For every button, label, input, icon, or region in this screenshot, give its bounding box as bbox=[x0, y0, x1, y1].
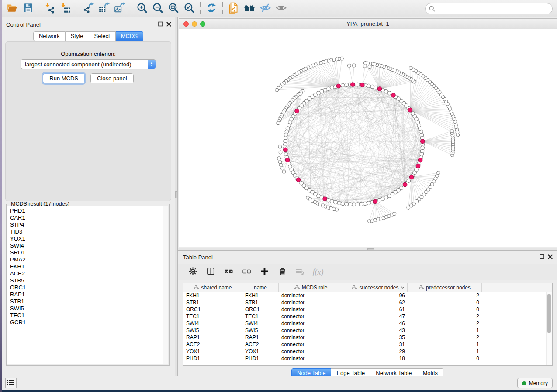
leaf-node[interactable] bbox=[280, 163, 283, 167]
save-session-button[interactable] bbox=[20, 1, 36, 16]
mcds-result-item[interactable]: TEC1 bbox=[10, 312, 163, 319]
mcds-result-item[interactable]: STB5 bbox=[10, 277, 163, 284]
tab-network[interactable]: Network bbox=[33, 31, 66, 41]
ring-node[interactable] bbox=[411, 112, 415, 116]
import-network-button[interactable] bbox=[42, 1, 58, 16]
dominator-node[interactable] bbox=[323, 197, 327, 201]
mcds-result-item[interactable]: GCR1 bbox=[10, 319, 163, 326]
network-overview-button[interactable] bbox=[242, 1, 257, 16]
leaf-node[interactable] bbox=[352, 64, 356, 67]
table-row[interactable]: RAP1RAP1dominator352 bbox=[183, 334, 552, 341]
dominator-node[interactable] bbox=[377, 87, 382, 91]
dominator-node[interactable] bbox=[360, 83, 365, 87]
memory-button[interactable]: Memory bbox=[517, 378, 553, 388]
ring-node[interactable] bbox=[370, 85, 374, 89]
mcds-result-item[interactable]: ORC1 bbox=[10, 284, 163, 291]
column-header-predecessor-nodes[interactable]: predecessor nodes bbox=[408, 283, 482, 292]
deselect-all-button[interactable] bbox=[239, 265, 253, 279]
mcds-result-item[interactable]: SWI5 bbox=[10, 305, 163, 312]
table-row[interactable]: YOX1YOX1connector291 bbox=[183, 348, 552, 355]
ring-node[interactable] bbox=[334, 200, 338, 204]
select-all-button[interactable] bbox=[221, 265, 235, 279]
mcds-list-scrollbar[interactable] bbox=[163, 206, 168, 364]
leaf-node[interactable] bbox=[282, 170, 286, 173]
share-document-button[interactable] bbox=[226, 1, 242, 16]
mcds-result-item[interactable]: FKH1 bbox=[10, 263, 163, 270]
leaf-node[interactable] bbox=[277, 157, 281, 160]
ring-node[interactable] bbox=[352, 203, 356, 206]
ring-node[interactable] bbox=[421, 146, 425, 150]
mcds-result-item[interactable]: ACE2 bbox=[10, 270, 163, 277]
dominator-node[interactable] bbox=[418, 158, 422, 162]
ring-node[interactable] bbox=[356, 203, 360, 206]
table-splitter-grip[interactable] bbox=[367, 248, 374, 250]
column-header-name[interactable]: name bbox=[242, 283, 279, 292]
zoom-selected-button[interactable] bbox=[181, 1, 197, 16]
float-table-panel-icon[interactable] bbox=[540, 254, 544, 259]
table-scrollbar-thumb[interactable] bbox=[547, 294, 551, 333]
splitter-grip[interactable] bbox=[175, 191, 177, 198]
export-network-button[interactable] bbox=[80, 1, 96, 16]
table-row[interactable]: TEC1TEC1connector472 bbox=[183, 313, 552, 320]
table-options-button[interactable] bbox=[186, 265, 200, 279]
mcds-result-item[interactable]: PHD1 bbox=[10, 207, 163, 214]
search-input[interactable] bbox=[425, 3, 553, 14]
leaf-node[interactable] bbox=[450, 129, 454, 133]
close-panel-icon[interactable] bbox=[166, 22, 171, 27]
table-scrollbar[interactable] bbox=[546, 292, 552, 365]
dominator-node[interactable] bbox=[420, 139, 425, 144]
mcds-result-item[interactable]: CAR1 bbox=[10, 214, 163, 221]
ring-node[interactable] bbox=[345, 202, 349, 206]
export-table-button[interactable] bbox=[96, 1, 112, 16]
node-table[interactable]: shared namenameMCDS rolesuccessor nodesp… bbox=[183, 283, 553, 366]
dominator-node[interactable] bbox=[296, 178, 301, 182]
table-row[interactable]: SWI4SWI4dominator462 bbox=[183, 320, 552, 327]
table-row[interactable]: ORC1ORC1dominator610 bbox=[183, 306, 552, 313]
dominator-node[interactable] bbox=[416, 164, 420, 168]
ring-node[interactable] bbox=[407, 179, 411, 183]
column-header-successor-nodes[interactable]: successor nodes bbox=[343, 283, 408, 292]
leaf-node[interactable] bbox=[281, 167, 284, 170]
leaf-node[interactable] bbox=[275, 88, 279, 92]
dominator-node[interactable] bbox=[373, 199, 377, 204]
mcds-result-item[interactable]: YOX1 bbox=[10, 235, 163, 242]
leaf-node[interactable] bbox=[409, 66, 412, 70]
leaf-node[interactable] bbox=[393, 212, 396, 216]
dominator-node[interactable] bbox=[336, 84, 341, 88]
dominator-node[interactable] bbox=[351, 83, 355, 87]
mcds-result-item[interactable]: PMA2 bbox=[10, 256, 163, 263]
import-table-button[interactable] bbox=[58, 1, 74, 16]
ring-node[interactable] bbox=[337, 201, 341, 205]
dominator-node[interactable] bbox=[295, 109, 299, 113]
minimize-window-icon[interactable] bbox=[192, 21, 197, 27]
table-row[interactable]: ACE2ACE2connector311 bbox=[183, 341, 552, 348]
ring-node[interactable] bbox=[327, 87, 331, 91]
hide-details-button[interactable] bbox=[257, 1, 273, 16]
leaf-node[interactable] bbox=[278, 145, 282, 148]
ring-node[interactable] bbox=[360, 202, 363, 206]
delete-column-button[interactable] bbox=[275, 265, 289, 279]
chevron-down-icon[interactable] bbox=[401, 286, 405, 289]
ring-node[interactable] bbox=[415, 168, 419, 172]
close-window-icon[interactable] bbox=[183, 21, 189, 27]
dominator-node[interactable] bbox=[409, 175, 414, 179]
create-column-button[interactable] bbox=[257, 265, 271, 279]
mcds-result-item[interactable]: RAP1 bbox=[10, 291, 163, 298]
dominator-node[interactable] bbox=[408, 108, 412, 112]
dominator-node[interactable] bbox=[285, 158, 290, 162]
ring-node[interactable] bbox=[330, 86, 334, 89]
ring-node[interactable] bbox=[377, 198, 381, 202]
network-titlebar[interactable]: YPA_prune.txt_1 bbox=[179, 19, 557, 29]
show-details-button[interactable] bbox=[273, 1, 289, 16]
panel-splitter[interactable] bbox=[175, 17, 178, 376]
maximize-window-icon[interactable] bbox=[200, 21, 205, 27]
leaf-node[interactable] bbox=[347, 64, 351, 67]
zoom-out-button[interactable] bbox=[150, 1, 166, 16]
ring-node[interactable] bbox=[341, 83, 345, 87]
tab-select[interactable]: Select bbox=[89, 31, 116, 41]
dominator-node[interactable] bbox=[403, 182, 407, 187]
mcds-result-item[interactable]: TID3 bbox=[10, 228, 163, 235]
dominator-node[interactable] bbox=[284, 148, 288, 152]
table-row[interactable]: PHD1PHD1dominator180 bbox=[183, 355, 552, 362]
zoom-in-button[interactable] bbox=[134, 1, 150, 16]
